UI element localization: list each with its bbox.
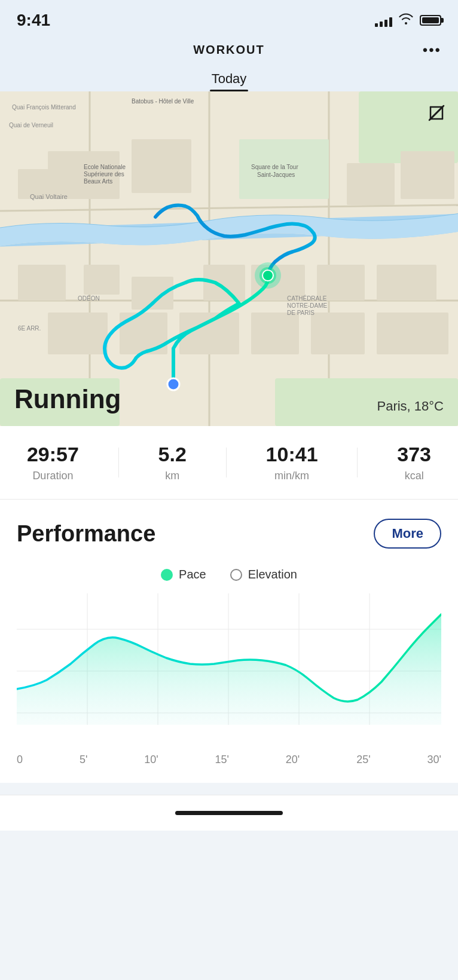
- elevation-legend-dot: [230, 569, 242, 581]
- map-location: Paris, 18°C: [377, 399, 444, 414]
- stat-duration: 29:57 Duration: [27, 443, 79, 482]
- svg-text:Saint-Jacques: Saint-Jacques: [257, 172, 295, 178]
- stat-divider-3: [357, 448, 358, 477]
- svg-text:Batobus - Hôtel de Ville: Batobus - Hôtel de Ville: [132, 98, 194, 105]
- stat-pace: 10:41 min/km: [266, 443, 318, 482]
- stats-row: 29:57 Duration 5.2 km 10:41 min/km 373 k…: [0, 426, 458, 500]
- stat-pace-label: min/km: [274, 470, 309, 482]
- pace-chart: [17, 593, 441, 749]
- svg-text:NOTRE-DAME: NOTRE-DAME: [287, 302, 328, 309]
- stat-km-label: km: [165, 470, 179, 482]
- stat-kcal: 373 kcal: [397, 443, 431, 482]
- performance-header: Performance More: [17, 519, 441, 549]
- more-button[interactable]: More: [374, 519, 441, 549]
- bottom-bar: [0, 795, 458, 831]
- performance-title: Performance: [17, 521, 155, 547]
- chart-legend: Pace Elevation: [17, 568, 441, 581]
- svg-text:Quai François Mitterand: Quai François Mitterand: [12, 104, 76, 111]
- svg-rect-10: [18, 265, 66, 301]
- signal-icon: [375, 14, 392, 27]
- stat-divider-1: [118, 448, 119, 477]
- svg-text:CATHÉDRALE: CATHÉDRALE: [287, 295, 327, 302]
- svg-text:ODÉON: ODÉON: [78, 295, 100, 302]
- svg-text:Ecole Nationale: Ecole Nationale: [84, 164, 126, 170]
- svg-rect-25: [347, 163, 395, 205]
- x-label-25: 25': [356, 754, 370, 766]
- svg-rect-16: [48, 313, 108, 354]
- tab-today[interactable]: Today: [197, 66, 261, 91]
- stat-km: 5.2 km: [158, 443, 187, 482]
- map-section: Quai Voltaire ODÉON 6E ARR. CATHÉDRALE N…: [0, 91, 458, 426]
- expand-icon[interactable]: [425, 101, 448, 125]
- status-bar: 9:41: [0, 0, 458, 36]
- wifi-icon: [398, 13, 414, 28]
- elevation-legend-label: Elevation: [248, 568, 297, 581]
- legend-elevation[interactable]: Elevation: [230, 568, 297, 581]
- svg-rect-21: [377, 313, 448, 354]
- status-time: 9:41: [17, 11, 50, 30]
- stat-duration-label: Duration: [32, 470, 73, 482]
- header: WORKOUT •••: [0, 36, 458, 62]
- svg-text:Quai de Verneuil: Quai de Verneuil: [9, 122, 53, 128]
- page-title: WORKOUT: [193, 43, 265, 57]
- map-overlay: Running Paris, 18°C: [0, 375, 458, 426]
- home-indicator: [175, 811, 283, 815]
- svg-text:Supérieure des: Supérieure des: [84, 171, 124, 177]
- stat-duration-value: 29:57: [27, 443, 79, 466]
- x-label-20: 20': [286, 754, 300, 766]
- activity-label: Running: [14, 384, 121, 414]
- pace-legend-dot: [161, 569, 173, 581]
- svg-line-48: [429, 106, 444, 120]
- x-label-5: 5': [80, 754, 87, 766]
- svg-rect-26: [401, 151, 454, 199]
- svg-text:DE PARIS: DE PARIS: [287, 310, 315, 316]
- chart-x-labels: 0 5' 10' 15' 20' 25' 30': [17, 749, 441, 766]
- stat-pace-value: 10:41: [266, 443, 318, 466]
- svg-rect-19: [251, 313, 299, 354]
- x-label-0: 0: [17, 754, 23, 766]
- svg-rect-11: [84, 265, 120, 295]
- performance-section: Performance More Pace Elevation: [0, 500, 458, 783]
- battery-icon: [420, 15, 441, 26]
- x-label-15: 15': [215, 754, 229, 766]
- svg-text:Beaux Arts: Beaux Arts: [84, 178, 112, 185]
- svg-rect-20: [311, 313, 365, 354]
- svg-point-46: [262, 270, 273, 281]
- legend-pace[interactable]: Pace: [161, 568, 206, 581]
- stat-divider-2: [226, 448, 227, 477]
- stat-kcal-label: kcal: [405, 470, 424, 482]
- tab-bar: Today: [0, 62, 458, 91]
- svg-text:6E ARR.: 6E ARR.: [18, 325, 41, 332]
- svg-rect-23: [132, 139, 191, 193]
- pace-legend-label: Pace: [179, 568, 206, 581]
- svg-text:Square de la Tour: Square de la Tour: [251, 164, 298, 170]
- svg-text:Quai Voltaire: Quai Voltaire: [30, 193, 68, 200]
- svg-rect-15: [377, 265, 436, 301]
- status-icons: [375, 13, 441, 28]
- stat-km-value: 5.2: [158, 443, 187, 466]
- stat-kcal-value: 373: [397, 443, 431, 466]
- x-label-10: 10': [144, 754, 158, 766]
- menu-button[interactable]: •••: [423, 42, 441, 59]
- x-label-30: 30': [428, 754, 441, 766]
